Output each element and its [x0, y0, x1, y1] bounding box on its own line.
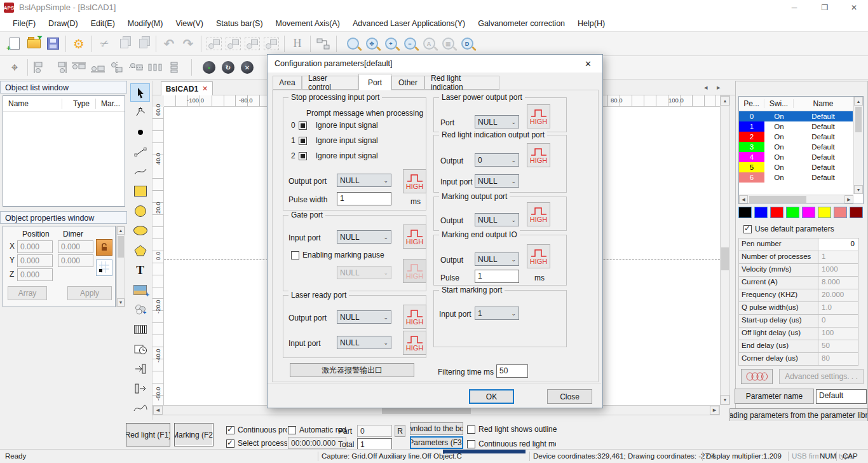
space-vertical-icon[interactable]	[165, 58, 184, 77]
pen-row[interactable]: 1 On Default	[739, 121, 863, 132]
parameters-f3-button[interactable]: Parameters (F3)	[410, 436, 463, 449]
menu-galvo-correction[interactable]: Galvanometer correction	[471, 17, 571, 31]
object-list-table[interactable]: Name Type Mar...	[3, 95, 125, 207]
redo-icon[interactable]: ↷	[179, 34, 198, 53]
undo-icon[interactable]: ↶	[159, 34, 179, 53]
menu-edit[interactable]: Edit(E)	[85, 17, 121, 31]
rectangle-tool[interactable]	[130, 182, 150, 200]
param-field[interactable]: 1.0	[818, 302, 858, 315]
space-horizontal-icon[interactable]	[146, 58, 165, 77]
tab-area[interactable]: Area	[273, 76, 302, 90]
y-dimension-field[interactable]: 0.000	[58, 254, 93, 267]
filtering-time-input[interactable]: 50	[496, 364, 528, 378]
point-tool[interactable]	[130, 123, 150, 141]
pen-table-vscrollbar[interactable]: ▲ ▼	[853, 97, 863, 194]
spiral-tool[interactable]	[130, 399, 150, 417]
combine-icon[interactable]	[243, 34, 262, 53]
menu-file[interactable]: File(F)	[6, 17, 42, 31]
advanced-settings-button[interactable]: Advanced settings. . .	[779, 369, 864, 384]
menu-view[interactable]: View(V)	[169, 17, 210, 31]
name-column[interactable]: Name	[794, 99, 853, 108]
tab-scroll-left-icon[interactable]: ◂	[704, 83, 708, 92]
stop-mark-icon[interactable]: ✕	[238, 58, 257, 77]
color-swatch[interactable]	[802, 207, 815, 218]
redlight-high-button[interactable]: HIGH	[527, 143, 550, 167]
param-field[interactable]: 1000	[818, 264, 858, 277]
settings-gear-icon[interactable]: ⚙	[69, 34, 88, 53]
enable-marking-pause-checkbox[interactable]	[291, 251, 299, 259]
marking-output-high-button[interactable]: HIGH	[527, 202, 550, 226]
new-file-icon[interactable]: +	[5, 34, 24, 53]
column-name[interactable]: Name	[3, 99, 62, 108]
param-field[interactable]: 80	[818, 353, 858, 366]
props-scrollbar[interactable]: ▲ ▼	[116, 226, 125, 307]
zoom-selected-icon[interactable]: A	[419, 34, 438, 53]
select-processing-checkbox[interactable]	[226, 439, 234, 448]
hatch-icon[interactable]: H	[288, 34, 307, 53]
pen-row[interactable]: 2 On Default	[739, 132, 863, 142]
align-right-icon[interactable]	[50, 58, 69, 77]
tab-other[interactable]: Other	[391, 76, 424, 90]
continuous-processing-checkbox[interactable]	[226, 426, 234, 434]
tab-scroll-right-icon[interactable]: ▸	[717, 83, 721, 92]
mark-preview-icon[interactable]: ▪	[200, 58, 219, 77]
red-light-outline-checkbox[interactable]	[467, 425, 475, 434]
pulse-width-input[interactable]: 1	[337, 192, 391, 205]
menu-status-bar[interactable]: Status bar(S)	[210, 17, 269, 31]
tab-close-icon[interactable]: ✕	[202, 85, 208, 93]
zoom-pan-icon[interactable]: ✥	[362, 34, 381, 53]
ready-output-port-dropdown[interactable]: NULL⌄	[337, 310, 391, 324]
center-horizontal-icon[interactable]	[107, 58, 126, 77]
part-count-field[interactable]: 0	[357, 425, 392, 437]
align-top-icon[interactable]	[69, 58, 88, 77]
ready-output-high-button[interactable]: HIGH	[403, 305, 426, 329]
input-port-tool[interactable]	[130, 359, 150, 378]
x-position-field[interactable]: 0.000	[17, 240, 53, 253]
group-icon[interactable]	[205, 34, 224, 53]
color-swatch[interactable]	[754, 207, 768, 218]
zoom-page-icon[interactable]: D	[458, 34, 477, 53]
marking-end-high-button[interactable]: HIGH	[527, 244, 550, 268]
parameter-name-button[interactable]: Parameter name	[735, 389, 814, 404]
ungroup-icon[interactable]	[224, 34, 243, 53]
pen-row[interactable]: 3 On Default	[739, 142, 863, 152]
select-tool[interactable]	[130, 83, 150, 102]
pen-row[interactable]: 0 On Default	[739, 111, 863, 121]
rotate-mark-icon[interactable]: ↻	[219, 58, 238, 77]
center-vertical-icon[interactable]	[126, 58, 146, 77]
color-swatch[interactable]	[834, 207, 847, 218]
pen-table-hscrollbar[interactable]: ◀ ▶	[739, 195, 853, 204]
pen-row[interactable]: 4 On Default	[739, 152, 863, 162]
marking-end-output-dropdown[interactable]: NULL⌄	[475, 252, 519, 266]
redlight-input-dropdown[interactable]: NULL⌄	[475, 174, 519, 188]
column-mark[interactable]: Mar...	[96, 99, 121, 108]
signal-1-checkbox[interactable]	[299, 137, 307, 145]
marking-button[interactable]: Marking (F2)	[174, 423, 214, 446]
zoom-all-icon[interactable]	[343, 34, 362, 53]
color-swatch[interactable]	[818, 207, 831, 218]
y-position-field[interactable]: 0.000	[17, 254, 53, 267]
laser-alarm-output-button[interactable]: 激光器报警输出口	[290, 363, 414, 377]
close-dialog-button[interactable]: Close	[547, 389, 592, 404]
maximize-button[interactable]: ❐	[811, 0, 839, 15]
marking-end-pulse-input[interactable]: 1	[475, 270, 519, 283]
param-field[interactable]: 8.000	[818, 277, 858, 289]
param-field[interactable]: 0	[818, 315, 858, 328]
polygon-tool[interactable]	[130, 241, 150, 259]
pen-column[interactable]: Pe...	[739, 99, 764, 108]
curve-tool[interactable]	[130, 162, 150, 181]
pen-number-field[interactable]: 0	[818, 238, 858, 251]
zoom-grid-icon[interactable]: ▦	[438, 34, 458, 53]
dialog-close-icon[interactable]: ✕	[574, 55, 602, 73]
color-swatch[interactable]	[738, 207, 752, 218]
param-field[interactable]: 50	[818, 340, 858, 353]
align-left-icon[interactable]	[31, 58, 50, 77]
parameter-name-input[interactable]: Default	[816, 389, 867, 404]
cut-icon[interactable]: ✂	[95, 34, 114, 53]
copy-icon[interactable]	[114, 34, 133, 53]
anchor-grid-icon[interactable]	[96, 259, 112, 276]
download-board-button[interactable]: Download to the board	[410, 422, 463, 435]
use-default-checkbox[interactable]	[743, 225, 752, 233]
switch-column[interactable]: Swi...	[764, 99, 794, 108]
open-file-icon[interactable]: ➤	[24, 34, 43, 53]
